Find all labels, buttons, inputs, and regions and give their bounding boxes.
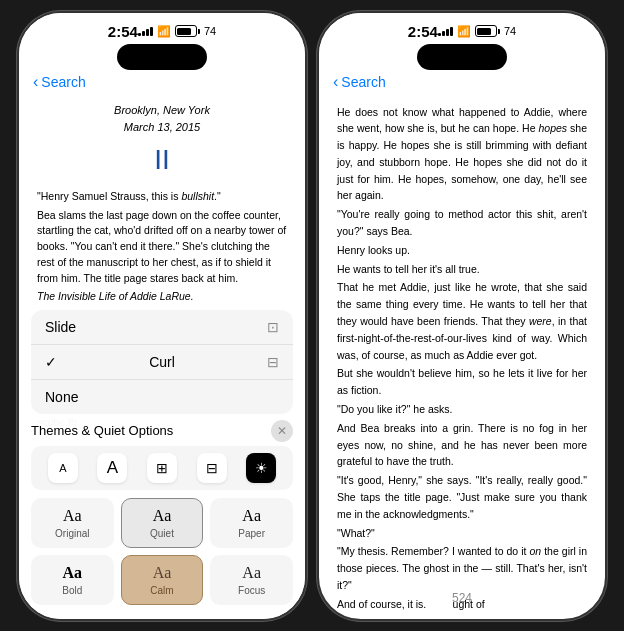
right-para-7: "Do you like it?" he asks. — [337, 401, 587, 418]
book-para-2: Bea slams the last page down on the coff… — [37, 208, 287, 287]
themes-label: Themes & Quiet Options — [31, 423, 173, 438]
left-status-area: 2:54 📶 74 — [19, 13, 305, 72]
right-nav-bar: ‹ Search — [319, 72, 605, 96]
theme-bold[interactable]: Aa Bold — [31, 555, 114, 605]
book-location: Brooklyn, New York — [37, 102, 287, 119]
right-battery-icon — [475, 25, 500, 37]
theme-paper-name: Paper — [238, 528, 265, 539]
font-style-icon[interactable]: ⊞ — [147, 453, 177, 483]
left-phone: 2:54 📶 74 — [17, 11, 307, 621]
theme-paper[interactable]: Aa Paper — [210, 498, 293, 548]
right-para-9: "It's good, Henry," she says. "It's real… — [337, 472, 587, 522]
slide-option-slide[interactable]: Slide ⊡ — [31, 310, 293, 345]
font-controls-row: A A ⊞ ⊟ ☀ — [31, 446, 293, 490]
theme-paper-preview: Aa — [242, 507, 261, 525]
curl-label: Curl — [149, 354, 175, 370]
right-para-10: "What?" — [337, 525, 587, 542]
theme-calm-preview: Aa — [153, 564, 172, 582]
right-para-2: "You're really going to method actor thi… — [337, 206, 587, 240]
signal-icon — [138, 26, 153, 36]
font-large-button[interactable]: A — [97, 453, 127, 483]
themes-popup: Slide ⊡ ✓ Curl ⊟ None Themes & Quiet Opt… — [19, 300, 305, 619]
left-status-bar: 2:54 📶 74 — [88, 13, 236, 44]
theme-calm[interactable]: Aa Calm — [121, 555, 204, 605]
theme-focus-name: Focus — [238, 585, 265, 596]
right-back-chevron-icon: ‹ — [333, 74, 338, 90]
right-para-5: That he met Addie, just like he wrote, t… — [337, 279, 587, 363]
slide-option-curl[interactable]: ✓ Curl ⊟ — [31, 345, 293, 380]
right-para-11: "My thesis. Remember? I wanted to do it … — [337, 543, 587, 593]
right-para-4: He wants to tell her it's all true. — [337, 261, 587, 278]
theme-quiet-preview: Aa — [153, 507, 172, 525]
right-battery-level: 74 — [504, 25, 516, 37]
right-status-area: 2:54 📶 74 — [319, 13, 605, 72]
right-time: 2:54 — [408, 23, 438, 40]
right-status-bar: 2:54 📶 74 — [388, 13, 536, 44]
themes-header: Themes & Quiet Options ✕ — [31, 420, 293, 442]
book-para-1: "Henry Samuel Strauss, this is bullshit.… — [37, 189, 287, 205]
theme-bold-name: Bold — [62, 585, 82, 596]
book-date: March 13, 2015 — [37, 119, 287, 136]
theme-focus[interactable]: Aa Focus — [210, 555, 293, 605]
left-back-label: Search — [41, 74, 85, 90]
right-para-3: Henry looks up. — [337, 242, 587, 259]
theme-grid: Aa Original Aa Quiet Aa Paper Aa Bold Aa — [31, 498, 293, 605]
theme-original-name: Original — [55, 528, 89, 539]
battery-icon — [175, 25, 200, 37]
font-align-icon[interactable]: ⊟ — [197, 453, 227, 483]
right-phone: 2:54 📶 74 — [317, 11, 607, 621]
book-header: Brooklyn, New York March 13, 2015 II — [37, 102, 287, 181]
curl-icon: ⊟ — [267, 354, 279, 370]
wifi-icon: 📶 — [157, 25, 171, 38]
none-label: None — [45, 389, 78, 405]
phones-container: 2:54 📶 74 — [17, 11, 607, 621]
right-para-13: Henry runs his b his, but relieved and l… — [337, 615, 587, 621]
dynamic-island — [117, 44, 207, 70]
slide-icon: ⊡ — [267, 319, 279, 335]
right-signal-icon — [438, 26, 453, 36]
curl-check: ✓ — [45, 354, 57, 370]
left-back-button[interactable]: ‹ Search — [33, 74, 86, 90]
theme-original[interactable]: Aa Original — [31, 498, 114, 548]
theme-quiet[interactable]: Aa Quiet — [121, 498, 204, 548]
theme-calm-name: Calm — [150, 585, 173, 596]
left-status-icons: 📶 74 — [138, 25, 216, 38]
theme-bold-preview: Aa — [63, 564, 83, 582]
theme-original-preview: Aa — [63, 507, 82, 525]
right-dynamic-island — [417, 44, 507, 70]
page-number: 524 — [452, 591, 472, 605]
slide-option-none[interactable]: None — [31, 380, 293, 414]
right-para-8: And Bea breaks into a grin. There is no … — [337, 420, 587, 470]
back-chevron-icon: ‹ — [33, 74, 38, 90]
font-small-button[interactable]: A — [48, 453, 78, 483]
left-time: 2:54 — [108, 23, 138, 40]
slide-label: Slide — [45, 319, 76, 335]
right-para-6: But she wouldn't believe him, so he lets… — [337, 365, 587, 399]
left-nav-bar: ‹ Search — [19, 72, 305, 96]
right-wifi-icon: 📶 — [457, 25, 471, 38]
theme-focus-preview: Aa — [242, 564, 261, 582]
right-book-content: He does not know what happened to Addie,… — [319, 96, 605, 621]
right-para-1: He does not know what happened to Addie,… — [337, 104, 587, 205]
book-chapter: II — [37, 138, 287, 181]
battery-level: 74 — [204, 25, 216, 37]
right-back-button[interactable]: ‹ Search — [333, 74, 386, 90]
close-button[interactable]: ✕ — [271, 420, 293, 442]
slide-options-list: Slide ⊡ ✓ Curl ⊟ None — [31, 310, 293, 414]
brightness-icon[interactable]: ☀ — [246, 453, 276, 483]
right-back-label: Search — [341, 74, 385, 90]
right-status-icons: 📶 74 — [438, 25, 516, 38]
theme-quiet-name: Quiet — [150, 528, 174, 539]
